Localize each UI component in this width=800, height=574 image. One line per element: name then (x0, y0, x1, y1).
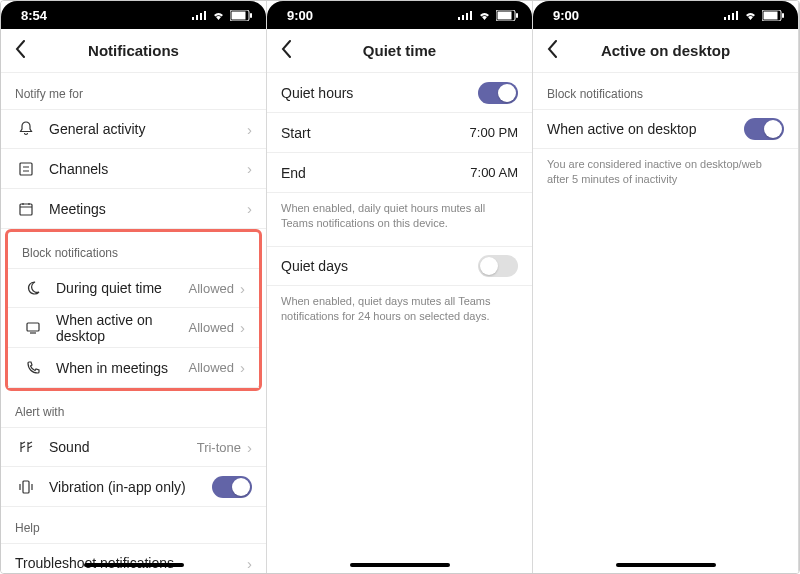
row-quiet-days[interactable]: Quiet days (267, 246, 532, 286)
status-time: 8:54 (21, 8, 47, 23)
svg-rect-14 (27, 323, 39, 331)
row-channels[interactable]: Channels › (1, 149, 266, 189)
back-button[interactable] (543, 34, 562, 68)
back-button[interactable] (277, 34, 296, 68)
status-time: 9:00 (287, 8, 313, 23)
status-time: 9:00 (553, 8, 579, 23)
row-value: Allowed (188, 281, 234, 296)
svg-rect-28 (732, 13, 734, 20)
svg-rect-10 (20, 204, 32, 215)
content: Block notifications When active on deskt… (533, 73, 798, 573)
row-value: Allowed (188, 360, 234, 375)
status-right (724, 10, 784, 21)
home-indicator[interactable] (616, 563, 716, 567)
svg-rect-7 (20, 163, 32, 175)
row-label: General activity (49, 121, 247, 137)
battery-icon (762, 10, 784, 21)
svg-rect-29 (736, 11, 738, 20)
row-value: 7:00 PM (470, 125, 518, 140)
page-title: Quiet time (363, 42, 436, 59)
section-help-label: Help (1, 507, 266, 543)
battery-icon (230, 10, 252, 21)
row-vibration[interactable]: Vibration (in-app only) (1, 467, 266, 507)
content: Notify me for General activity › Channel… (1, 73, 266, 573)
svg-rect-16 (23, 481, 29, 493)
row-meetings[interactable]: Meetings › (1, 189, 266, 229)
chevron-right-icon: › (240, 319, 245, 336)
svg-rect-31 (764, 11, 778, 19)
row-value: 7:00 AM (470, 165, 518, 180)
chevron-right-icon: › (247, 200, 252, 217)
page-title: Notifications (88, 42, 179, 59)
svg-rect-20 (462, 15, 464, 20)
phone-icon (22, 360, 44, 376)
page-title: Active on desktop (601, 42, 730, 59)
svg-rect-21 (466, 13, 468, 20)
section-notify-label: Notify me for (1, 73, 266, 109)
row-quiet-hours[interactable]: Quiet hours (267, 73, 532, 113)
section-block-label: Block notifications (8, 232, 259, 268)
nav-header: Active on desktop (533, 29, 798, 73)
vibration-icon (15, 479, 37, 495)
sound-icon (15, 439, 37, 455)
channel-icon (15, 161, 37, 177)
screen-notifications: 8:54 Notifications Notify me for General… (1, 1, 267, 573)
row-when-in-meetings[interactable]: When in meetings Allowed › (8, 348, 259, 388)
row-general-activity[interactable]: General activity › (1, 109, 266, 149)
svg-rect-0 (192, 17, 194, 20)
row-active-on-desktop[interactable]: When active on desktop Allowed › (8, 308, 259, 348)
svg-rect-1 (196, 15, 198, 20)
toggle-quiet-hours[interactable] (478, 82, 518, 104)
status-bar: 9:00 (533, 1, 798, 29)
row-label: Quiet hours (281, 85, 478, 101)
svg-rect-2 (200, 13, 202, 20)
row-sound[interactable]: Sound Tri-tone › (1, 427, 266, 467)
row-troubleshoot[interactable]: Troubleshoot notifications › (1, 543, 266, 573)
row-value: Tri-tone (197, 440, 241, 455)
toggle-quiet-days[interactable] (478, 255, 518, 277)
svg-rect-25 (516, 13, 518, 18)
screen-active-on-desktop: 9:00 Active on desktop Block notificatio… (533, 1, 799, 573)
row-label: End (281, 165, 470, 181)
quiet-hours-help: When enabled, daily quiet hours mutes al… (267, 193, 532, 246)
row-during-quiet-time[interactable]: During quiet time Allowed › (8, 268, 259, 308)
section-alert-label: Alert with (1, 391, 266, 427)
row-label: Meetings (49, 201, 247, 217)
row-when-active-desktop[interactable]: When active on desktop (533, 109, 798, 149)
battery-icon (496, 10, 518, 21)
home-indicator[interactable] (350, 563, 450, 567)
row-label: Quiet days (281, 258, 478, 274)
toggle-vibration[interactable] (212, 476, 252, 498)
row-start[interactable]: Start 7:00 PM (267, 113, 532, 153)
back-button[interactable] (11, 34, 30, 68)
quiet-days-help: When enabled, quiet days mutes all Teams… (267, 286, 532, 339)
moon-icon (22, 280, 44, 296)
nav-header: Notifications (1, 29, 266, 73)
row-label: During quiet time (56, 280, 188, 296)
signal-icon (192, 10, 207, 20)
row-label: When in meetings (56, 360, 188, 376)
svg-rect-24 (498, 11, 512, 19)
status-right (458, 10, 518, 21)
chevron-right-icon: › (247, 121, 252, 138)
wifi-icon (477, 10, 492, 21)
home-indicator[interactable] (84, 563, 184, 567)
chevron-right-icon: › (240, 359, 245, 376)
wifi-icon (211, 10, 226, 21)
status-right (192, 10, 252, 21)
svg-rect-26 (724, 17, 726, 20)
toggle-active-desktop[interactable] (744, 118, 784, 140)
row-value: Allowed (188, 320, 234, 335)
row-label: Channels (49, 161, 247, 177)
svg-rect-27 (728, 15, 730, 20)
nav-header: Quiet time (267, 29, 532, 73)
status-bar: 8:54 (1, 1, 266, 29)
chevron-right-icon: › (247, 439, 252, 456)
row-label: When active on desktop (547, 121, 744, 137)
desktop-icon (22, 320, 44, 336)
row-end[interactable]: End 7:00 AM (267, 153, 532, 193)
row-label: Vibration (in-app only) (49, 479, 212, 495)
signal-icon (458, 10, 473, 20)
active-desktop-help: You are considered inactive on desktop/w… (533, 149, 798, 202)
svg-rect-19 (458, 17, 460, 20)
